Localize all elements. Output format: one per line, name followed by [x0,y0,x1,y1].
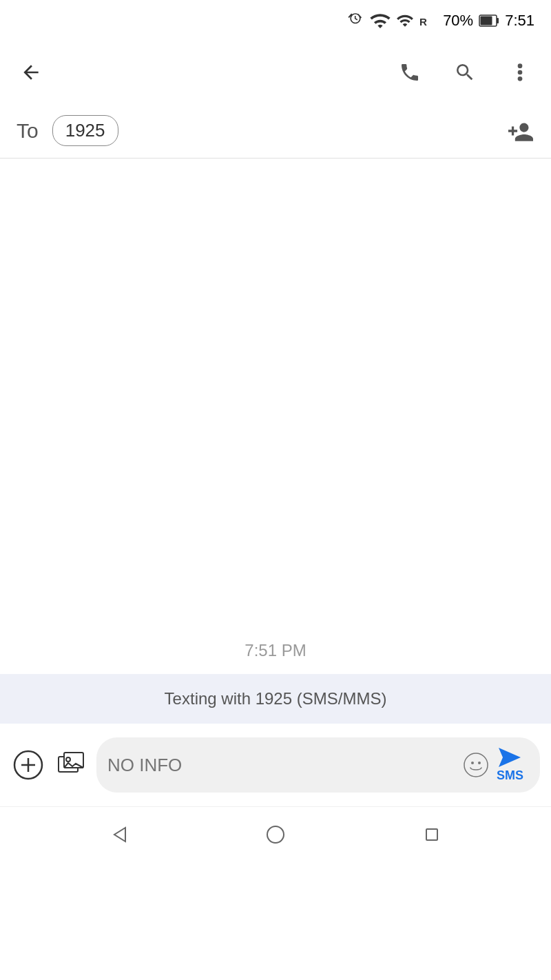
svg-point-6 [518,76,523,81]
send-icon [499,748,521,767]
message-area [0,159,551,627]
svg-marker-17 [114,828,125,841]
nav-back-icon [109,824,129,845]
phone-button[interactable] [393,55,427,90]
to-label: To [17,119,39,143]
nav-bar [0,806,551,861]
status-bar: R 70% 7:51 [0,0,551,41]
svg-rect-2 [497,18,499,23]
nav-recent-button[interactable] [411,814,453,855]
svg-rect-19 [426,829,437,840]
timestamp-container: 7:51 PM [0,627,551,674]
send-label: SMS [497,768,523,783]
search-icon [454,61,476,83]
to-field: To 1925 [0,103,551,159]
back-button[interactable] [14,55,48,90]
add-icon [13,750,43,780]
svg-point-18 [267,826,284,843]
texting-banner: Texting with 1925 (SMS/MMS) [0,674,551,724]
app-bar-left [14,55,48,90]
add-contact-icon [507,119,534,143]
back-icon [20,61,42,83]
message-input[interactable] [107,755,464,776]
phone-icon [399,61,421,83]
svg-point-14 [471,762,474,764]
emoji-icon [464,753,488,777]
add-contact-button[interactable] [507,119,534,143]
nav-back-button[interactable] [98,814,140,855]
recipient-number: 1925 [65,120,105,141]
svg-point-13 [464,753,488,777]
gallery-button[interactable] [54,748,88,782]
lte-icon: R [419,12,437,30]
send-button[interactable]: SMS [491,748,529,783]
add-button[interactable] [11,748,45,782]
more-icon [517,61,523,83]
app-bar-right [393,55,537,90]
alarm-icon [346,12,364,30]
svg-rect-3 [481,17,492,25]
message-input-wrapper: SMS [96,737,540,793]
more-options-button[interactable] [503,55,537,90]
message-timestamp: 7:51 PM [245,641,306,660]
recipient-chip[interactable]: 1925 [52,115,118,146]
svg-point-4 [518,63,523,68]
gallery-icon [56,750,86,780]
app-bar [0,41,551,103]
emoji-button[interactable] [464,753,488,777]
svg-point-5 [518,70,523,75]
signal-icon [396,12,414,30]
texting-banner-text: Texting with 1925 (SMS/MMS) [165,689,387,708]
battery-icon [479,14,499,28]
nav-home-button[interactable] [255,814,296,855]
nav-recent-icon [422,824,442,845]
wifi-icon [370,13,391,28]
status-time: 7:51 [505,12,534,30]
svg-point-15 [478,762,481,764]
svg-text:R: R [419,16,427,28]
bottom-bar: SMS [0,724,551,806]
nav-home-icon [265,824,286,845]
search-button[interactable] [448,55,482,90]
status-icons: R 70% 7:51 [346,12,534,30]
battery-percent: 70% [443,12,473,30]
svg-marker-16 [499,748,521,767]
